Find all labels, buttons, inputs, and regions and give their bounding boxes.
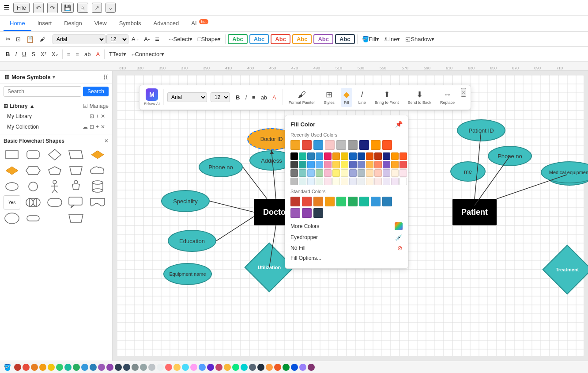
patient-rect[interactable]: Patient bbox=[452, 199, 497, 225]
color-yellow8[interactable] bbox=[332, 178, 340, 185]
ft-color-button[interactable]: A bbox=[270, 93, 279, 102]
shape-wavy[interactable] bbox=[89, 195, 106, 209]
tab-design[interactable]: Design bbox=[58, 16, 88, 31]
tab-insert[interactable]: Insert bbox=[31, 16, 58, 31]
strikethrough-button[interactable]: S bbox=[29, 49, 38, 59]
tab-advanced[interactable]: Advanced bbox=[147, 16, 185, 31]
style-btn-4[interactable]: Abc bbox=[292, 34, 312, 44]
color-orange7[interactable] bbox=[374, 161, 382, 168]
color-gray2[interactable] bbox=[290, 169, 298, 177]
std-color-3[interactable] bbox=[313, 197, 323, 206]
color-yellow5[interactable] bbox=[332, 169, 340, 177]
patient-id-shape[interactable]: Patient ID bbox=[457, 119, 505, 141]
color-teal1[interactable] bbox=[299, 152, 306, 160]
recent-color-6[interactable] bbox=[348, 140, 358, 150]
recent-color-2[interactable] bbox=[302, 140, 312, 150]
color-yellow1[interactable] bbox=[341, 152, 348, 160]
bottom-color-1[interactable] bbox=[14, 364, 21, 371]
canvas-area[interactable]: M Edraw AI Arial 12 B I ≡ ab A bbox=[113, 71, 588, 361]
ft-send-back-tool[interactable]: ⬇ Send to Back bbox=[405, 88, 434, 107]
shape-rect-rounded2[interactable] bbox=[46, 195, 63, 209]
ft-font-select[interactable]: Arial bbox=[167, 92, 207, 102]
shape-yellow-diamond2[interactable] bbox=[4, 164, 20, 178]
text-button[interactable]: T Text ▾ bbox=[107, 49, 128, 59]
phone-no-left-shape[interactable]: Phone no bbox=[199, 157, 243, 177]
color-gray3[interactable] bbox=[290, 178, 298, 185]
color-blue11[interactable] bbox=[349, 169, 357, 177]
my-library-import-icon[interactable]: ⊡ bbox=[90, 113, 94, 119]
color-green3[interactable] bbox=[316, 178, 323, 185]
bottom-color-34[interactable] bbox=[291, 364, 298, 371]
std-color-2[interactable] bbox=[302, 197, 312, 206]
shape-callout[interactable] bbox=[68, 195, 84, 209]
print-button[interactable]: 🖨 bbox=[77, 3, 88, 13]
bottom-color-7[interactable] bbox=[64, 364, 72, 371]
speciality-shape[interactable]: Speciality bbox=[161, 190, 210, 212]
color-yellow7[interactable] bbox=[391, 169, 399, 177]
std-color-1[interactable] bbox=[290, 197, 300, 206]
ft-format-painter-tool[interactable]: 🖌 Format Painter bbox=[286, 88, 318, 107]
search-button[interactable]: Search bbox=[83, 87, 109, 96]
recent-color-5[interactable] bbox=[336, 140, 346, 150]
shape-rounded3[interactable] bbox=[25, 211, 41, 225]
recent-color-3[interactable] bbox=[313, 140, 323, 150]
shape-yes[interactable]: Yes bbox=[4, 195, 20, 209]
ft-close-button[interactable]: × bbox=[461, 88, 466, 97]
shape-stadium[interactable] bbox=[25, 195, 41, 209]
my-collection-close-icon[interactable]: ✕ bbox=[101, 124, 105, 130]
color-blue9[interactable] bbox=[307, 169, 315, 177]
phone-no-right-shape[interactable]: Phone no bbox=[488, 146, 532, 166]
bottom-color-2[interactable] bbox=[23, 364, 30, 371]
color-yellow4[interactable] bbox=[391, 161, 399, 168]
tab-view[interactable]: View bbox=[88, 16, 113, 31]
color-green2[interactable] bbox=[299, 178, 306, 185]
my-library-add-icon[interactable]: + bbox=[96, 113, 99, 119]
subscript-button[interactable]: X₂ bbox=[49, 49, 60, 59]
color-pink7[interactable] bbox=[374, 178, 382, 185]
color-pink4[interactable] bbox=[374, 169, 382, 177]
search-input[interactable] bbox=[4, 86, 81, 97]
bottom-color-21[interactable] bbox=[182, 364, 189, 371]
bottom-color-22[interactable] bbox=[190, 364, 197, 371]
line-button[interactable]: / Line ▾ bbox=[382, 34, 402, 44]
format-painter-button[interactable]: 🖌 bbox=[38, 34, 48, 44]
color-white1[interactable] bbox=[391, 178, 399, 185]
more-colors-option[interactable]: More Colors bbox=[290, 221, 403, 232]
font-size-increase[interactable]: A+ bbox=[129, 34, 141, 44]
bottom-color-18[interactable] bbox=[157, 364, 164, 371]
tab-symbols[interactable]: Symbols bbox=[113, 16, 147, 31]
color-yellow2[interactable] bbox=[332, 161, 340, 168]
shape-parallelogram[interactable] bbox=[68, 148, 84, 162]
shape-diamond[interactable] bbox=[46, 148, 63, 162]
std-color-4[interactable] bbox=[325, 197, 335, 206]
bottom-color-13[interactable] bbox=[115, 364, 122, 371]
bottom-color-20[interactable] bbox=[173, 364, 181, 371]
my-collection-add-icon[interactable]: + bbox=[96, 124, 99, 130]
copy-button[interactable]: ⊡ bbox=[14, 34, 23, 44]
color-blue14[interactable] bbox=[349, 178, 357, 185]
color-orange6[interactable] bbox=[366, 161, 373, 168]
tab-home[interactable]: Home bbox=[4, 16, 31, 31]
connector-button[interactable]: ⌐ Connector ▾ bbox=[129, 49, 167, 59]
bottom-color-29[interactable] bbox=[249, 364, 256, 371]
color-pink5[interactable] bbox=[400, 169, 407, 177]
bottom-color-24[interactable] bbox=[207, 364, 214, 371]
color-orange2[interactable] bbox=[366, 152, 373, 160]
shape-circle[interactable] bbox=[25, 179, 41, 194]
superscript-button[interactable]: X² bbox=[38, 49, 49, 59]
bottom-color-26[interactable] bbox=[224, 364, 231, 371]
color-yellow3[interactable] bbox=[341, 161, 348, 168]
shape-button[interactable]: □ Shape ▾ bbox=[196, 34, 223, 44]
color-teal2[interactable] bbox=[299, 161, 306, 168]
style-btn-6[interactable]: Abc bbox=[335, 34, 355, 44]
std-color-12[interactable] bbox=[313, 208, 323, 218]
color-pink2[interactable] bbox=[324, 161, 332, 168]
bottom-color-15[interactable] bbox=[132, 364, 139, 371]
shape-rounded-rect[interactable] bbox=[25, 148, 41, 162]
font-color[interactable]: A bbox=[94, 49, 102, 59]
recent-color-4[interactable] bbox=[325, 140, 335, 150]
indent[interactable]: ab bbox=[82, 49, 93, 59]
menu-icon[interactable]: ☰ bbox=[4, 4, 10, 12]
save-button[interactable]: 💾 bbox=[61, 3, 74, 13]
color-yellow9[interactable] bbox=[341, 178, 348, 185]
